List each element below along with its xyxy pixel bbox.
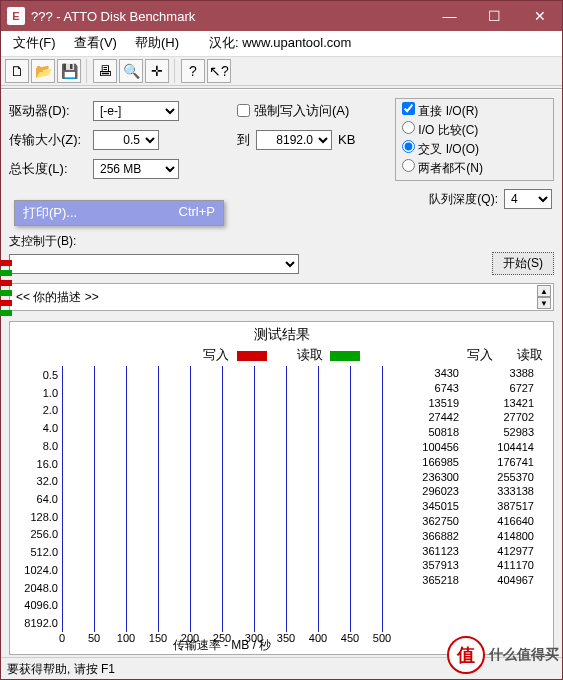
separator bbox=[174, 59, 178, 83]
table-row: 362750416640 bbox=[384, 514, 534, 529]
table-row: 166985176741 bbox=[384, 455, 534, 470]
y-tick: 1.0 bbox=[43, 387, 58, 399]
menu-view[interactable]: 查看(V) bbox=[66, 31, 125, 55]
drive-select[interactable]: [-e-] bbox=[93, 101, 179, 121]
chart-plot: 0.51.02.04.08.016.032.064.0128.0256.0512… bbox=[14, 366, 384, 652]
table-row: 67436727 bbox=[384, 381, 534, 396]
chart-title: 测试结果 bbox=[14, 326, 549, 344]
kb-label: KB bbox=[338, 132, 355, 147]
description-text: << 你的描述 >> bbox=[16, 289, 99, 306]
y-tick: 2.0 bbox=[43, 404, 58, 416]
close-button[interactable]: ✕ bbox=[517, 1, 562, 31]
y-tick: 256.0 bbox=[30, 528, 58, 540]
config-panel: 驱动器(D): [-e-] 强制写入访问(A) 直接 I/O(R) I/O 比较… bbox=[1, 92, 562, 187]
force-write-checkbox[interactable]: 强制写入访问(A) bbox=[237, 102, 387, 120]
queue-label: 队列深度(Q): bbox=[429, 191, 498, 208]
new-icon[interactable]: 🗋 bbox=[5, 59, 29, 83]
drive-label: 驱动器(D): bbox=[9, 102, 87, 120]
help-icon[interactable]: ? bbox=[181, 59, 205, 83]
to-label: 到 bbox=[237, 131, 250, 149]
io-compare-radio[interactable]: I/O 比较(C) bbox=[402, 121, 547, 139]
io-mode-group: 直接 I/O(R) I/O 比较(C) 交叉 I/O(O) 两者都不(N) bbox=[395, 98, 554, 181]
direct-io-checkbox[interactable]: 直接 I/O(R) bbox=[402, 102, 547, 120]
table-row: 34303388 bbox=[384, 366, 534, 381]
y-tick: 16.0 bbox=[37, 458, 58, 470]
zoom-icon[interactable]: 🔍 bbox=[119, 59, 143, 83]
data-table: 3430338867436727135191342127442277025081… bbox=[384, 366, 534, 652]
y-tick: 4.0 bbox=[43, 422, 58, 434]
y-tick: 32.0 bbox=[37, 475, 58, 487]
add-icon[interactable]: ✛ bbox=[145, 59, 169, 83]
chart-area: 测试结果 写入 读取 写入 读取 0.51.02.04.08.016.032.0… bbox=[9, 321, 554, 655]
table-row: 100456104414 bbox=[384, 440, 534, 455]
menu-file[interactable]: 文件(F) bbox=[5, 31, 64, 55]
table-row: 361123412977 bbox=[384, 544, 534, 559]
length-label: 总长度(L): bbox=[9, 160, 87, 178]
table-row: 357913411170 bbox=[384, 558, 534, 573]
app-icon: E bbox=[7, 7, 25, 25]
y-tick: 128.0 bbox=[30, 511, 58, 523]
y-tick: 512.0 bbox=[30, 546, 58, 558]
controlled-label: 支控制于(B): bbox=[9, 233, 76, 250]
localization-label: 汉化: www.upantool.com bbox=[209, 34, 351, 52]
overlap-io-radio[interactable]: 交叉 I/O(O) bbox=[402, 140, 547, 158]
print-icon[interactable]: 🖶 bbox=[93, 59, 117, 83]
watermark: 值 什么值得买 bbox=[447, 636, 559, 674]
x-axis-label: 传输速率 - MB / 秒 bbox=[62, 637, 382, 654]
separator bbox=[86, 59, 90, 83]
start-button[interactable]: 开始(S) bbox=[492, 252, 554, 275]
y-tick: 64.0 bbox=[37, 493, 58, 505]
toolbar: 🗋 📂 💾 🖶 🔍 ✛ ? ↖? bbox=[1, 57, 562, 87]
y-tick: 0.5 bbox=[43, 369, 58, 381]
menu-help[interactable]: 帮助(H) bbox=[127, 31, 187, 55]
chart-legend: 写入 读取 写入 读取 bbox=[14, 346, 549, 364]
save-icon[interactable]: 💾 bbox=[57, 59, 81, 83]
decorative-edge bbox=[0, 260, 12, 320]
menu-item-print[interactable]: 打印(P)... Ctrl+P bbox=[15, 201, 223, 225]
menubar: 文件(F) 查看(V) 帮助(H) 汉化: www.upantool.com bbox=[1, 31, 562, 57]
titlebar: E ??? - ATTO Disk Benchmark — ☐ ✕ bbox=[1, 1, 562, 31]
queue-select[interactable]: 4 bbox=[504, 189, 552, 209]
spin-down-icon[interactable]: ▼ bbox=[537, 297, 551, 309]
watermark-icon: 值 bbox=[447, 636, 485, 674]
window-title: ??? - ATTO Disk Benchmark bbox=[31, 9, 427, 24]
y-tick: 8192.0 bbox=[24, 617, 58, 629]
table-row: 296023333138 bbox=[384, 484, 534, 499]
context-menu: 打印(P)... Ctrl+P bbox=[14, 200, 224, 226]
table-row: 365218404967 bbox=[384, 573, 534, 588]
length-select[interactable]: 256 MB bbox=[93, 159, 179, 179]
controlled-select[interactable] bbox=[9, 254, 299, 274]
table-row: 5081852983 bbox=[384, 425, 534, 440]
minimize-button[interactable]: — bbox=[427, 1, 472, 31]
spin-up-icon[interactable]: ▲ bbox=[537, 285, 551, 297]
description-box[interactable]: << 你的描述 >> ▲ ▼ bbox=[9, 283, 554, 311]
open-icon[interactable]: 📂 bbox=[31, 59, 55, 83]
neither-radio[interactable]: 两者都不(N) bbox=[402, 159, 547, 177]
xfer-label: 传输大小(Z): bbox=[9, 131, 87, 149]
table-row: 345015387517 bbox=[384, 499, 534, 514]
maximize-button[interactable]: ☐ bbox=[472, 1, 517, 31]
pointer-help-icon[interactable]: ↖? bbox=[207, 59, 231, 83]
table-row: 366882414800 bbox=[384, 529, 534, 544]
y-tick: 1024.0 bbox=[24, 564, 58, 576]
table-row: 236300255370 bbox=[384, 470, 534, 485]
table-row: 1351913421 bbox=[384, 396, 534, 411]
y-tick: 2048.0 bbox=[24, 582, 58, 594]
y-tick: 4096.0 bbox=[24, 599, 58, 611]
table-row: 2744227702 bbox=[384, 410, 534, 425]
y-tick: 8.0 bbox=[43, 440, 58, 452]
xfer-from-select[interactable]: 0.5 bbox=[93, 130, 159, 150]
xfer-to-select[interactable]: 8192.0 bbox=[256, 130, 332, 150]
